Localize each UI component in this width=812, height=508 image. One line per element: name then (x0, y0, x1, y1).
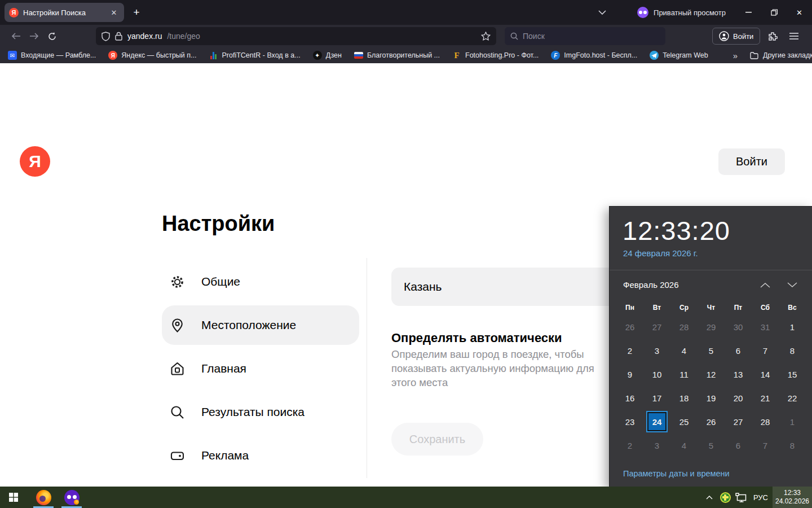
calendar-day[interactable]: 13 (725, 362, 752, 386)
url-bar[interactable]: yandex.ru/tune/geo (96, 27, 496, 45)
calendar-day[interactable]: 8 (779, 339, 806, 362)
calendar-day[interactable]: 4 (670, 433, 698, 457)
calendar-day[interactable]: 25 (670, 410, 698, 433)
new-tab-button[interactable]: + (127, 3, 145, 21)
sidebar-item-pin[interactable]: Местоположение (162, 305, 359, 345)
calendar-next-month-chevron-icon[interactable] (784, 279, 801, 291)
browser-tab[interactable]: Я Настройки Поиска ✕ (5, 3, 124, 22)
calendar-day[interactable]: 11 (670, 362, 698, 386)
calendar-day[interactable]: 6 (725, 433, 752, 457)
calendar-day[interactable]: 15 (779, 362, 806, 386)
calendar-day[interactable]: 1 (779, 410, 806, 433)
bookmark-item[interactable]: ProfiTCentR - Вход в а... (209, 51, 301, 60)
sidebar-item-tag[interactable]: Реклама (162, 436, 359, 475)
calendar-day[interactable]: 31 (752, 315, 779, 339)
back-icon[interactable] (7, 27, 25, 45)
sidebar-item-label: Общие (201, 275, 240, 288)
calendar-day[interactable]: 4 (670, 339, 698, 362)
calendar-day[interactable]: 10 (643, 362, 670, 386)
other-bookmarks-folder[interactable]: Другие закладки (750, 51, 812, 60)
sidebar-item-gear[interactable]: Общие (162, 262, 359, 301)
save-button[interactable]: Сохранить (391, 423, 483, 456)
calendar-day[interactable]: 21 (752, 386, 779, 410)
calendar-day[interactable]: 3 (643, 433, 670, 457)
bookmark-item[interactable]: FImgFoto.host - Беспл... (551, 51, 637, 60)
reload-icon[interactable] (43, 27, 61, 45)
taskbar-firefox-button[interactable] (32, 487, 55, 508)
bookmark-item[interactable]: ✦Дзен (313, 51, 342, 60)
bookmark-item[interactable]: Благотворительный ... (354, 51, 440, 60)
bookmark-item[interactable]: FFotohosting.Pro - Фот... (452, 51, 539, 60)
calendar-day[interactable]: 16 (616, 386, 643, 410)
calendar-day[interactable]: 1 (779, 315, 806, 339)
calendar-day[interactable]: 27 (725, 410, 752, 433)
start-button[interactable] (0, 487, 27, 508)
calendar-day[interactable]: 22 (779, 386, 806, 410)
calendar-day[interactable]: 28 (752, 410, 779, 433)
sidebar-item-search[interactable]: Результаты поиска (162, 392, 359, 432)
tracking-shield-icon[interactable] (102, 32, 110, 41)
calendar-day[interactable]: 3 (643, 339, 670, 362)
calendar-day[interactable]: 5 (698, 339, 725, 362)
calendar-day[interactable]: 27 (643, 315, 670, 339)
sidebar-item-label: Местоположение (201, 318, 296, 332)
browser-signin-label: Войти (733, 32, 753, 41)
calendar-day-selected[interactable]: 24 (643, 410, 670, 433)
page-signin-button[interactable]: Войти (718, 148, 785, 175)
calendar-day[interactable]: 30 (725, 315, 752, 339)
calendar-day[interactable]: 23 (616, 410, 643, 433)
calendar-day[interactable]: 9 (616, 362, 643, 386)
browser-signin-button[interactable]: Войти (712, 28, 760, 45)
tray-expand-chevron-icon[interactable] (701, 487, 717, 508)
auto-detect-heading[interactable]: Определять автоматически (391, 331, 562, 345)
menu-hamburger-icon[interactable] (785, 27, 803, 45)
lock-icon[interactable] (115, 32, 122, 41)
tray-clock[interactable]: 12:33 24.02.2026 (773, 487, 812, 508)
calendar-day[interactable]: 28 (670, 315, 698, 339)
list-all-tabs-chevron-icon[interactable] (593, 3, 611, 21)
calendar-day[interactable]: 8 (779, 433, 806, 457)
page-title: Настройки (162, 212, 275, 236)
tab-close-icon[interactable]: ✕ (108, 7, 120, 18)
search-bar[interactable]: Поиск (505, 27, 665, 45)
bookmarks-overflow-chevron-icon[interactable]: » (733, 51, 738, 60)
calendar-day[interactable]: 26 (698, 410, 725, 433)
calendar-day[interactable]: 2 (616, 339, 643, 362)
tray-network-icon[interactable] (733, 487, 749, 508)
calendar-day[interactable]: 29 (698, 315, 725, 339)
calendar-day[interactable]: 17 (643, 386, 670, 410)
minimize-button[interactable] (736, 0, 761, 25)
calendar-day[interactable]: 2 (616, 433, 643, 457)
calendar-day[interactable]: 18 (670, 386, 698, 410)
sidebar-item-home[interactable]: Главная (162, 349, 359, 388)
imgfoto-icon: F (551, 51, 560, 60)
yandex-logo[interactable]: Я (20, 146, 50, 177)
calendar-day[interactable]: 26 (616, 315, 643, 339)
bookmark-item[interactable]: Telegram Web (650, 51, 708, 60)
bookmark-star-icon[interactable] (481, 32, 491, 41)
flyout-date-link[interactable]: 24 февраля 2026 г. (623, 248, 698, 258)
weekday-label: Вт (643, 300, 670, 315)
calendar-day[interactable]: 7 (752, 339, 779, 362)
tray-antivirus-icon[interactable] (717, 487, 733, 508)
date-time-settings-link[interactable]: Параметры даты и времени (623, 469, 730, 478)
bookmark-item[interactable]: ✉Входящие — Рамбле... (8, 51, 96, 60)
extensions-puzzle-icon[interactable] (764, 27, 782, 45)
weekday-label: Вс (779, 300, 806, 315)
close-window-button[interactable]: ✕ (787, 0, 812, 25)
calendar-day[interactable]: 6 (725, 339, 752, 362)
bookmark-item[interactable]: ЯЯндекс — быстрый п... (108, 51, 196, 60)
search-icon (510, 32, 518, 40)
tray-language-indicator[interactable]: РУС (749, 487, 773, 508)
calendar-day[interactable]: 12 (698, 362, 725, 386)
restore-button[interactable] (761, 0, 787, 25)
taskbar-firefox-private-button[interactable] (60, 487, 83, 508)
firefox-private-icon (64, 490, 80, 505)
calendar-day[interactable]: 20 (725, 386, 752, 410)
calendar-day[interactable]: 19 (698, 386, 725, 410)
calendar-prev-month-chevron-icon[interactable] (757, 279, 774, 291)
calendar-day[interactable]: 5 (698, 433, 725, 457)
forward-icon[interactable] (25, 27, 43, 45)
calendar-day[interactable]: 14 (752, 362, 779, 386)
calendar-day[interactable]: 7 (752, 433, 779, 457)
